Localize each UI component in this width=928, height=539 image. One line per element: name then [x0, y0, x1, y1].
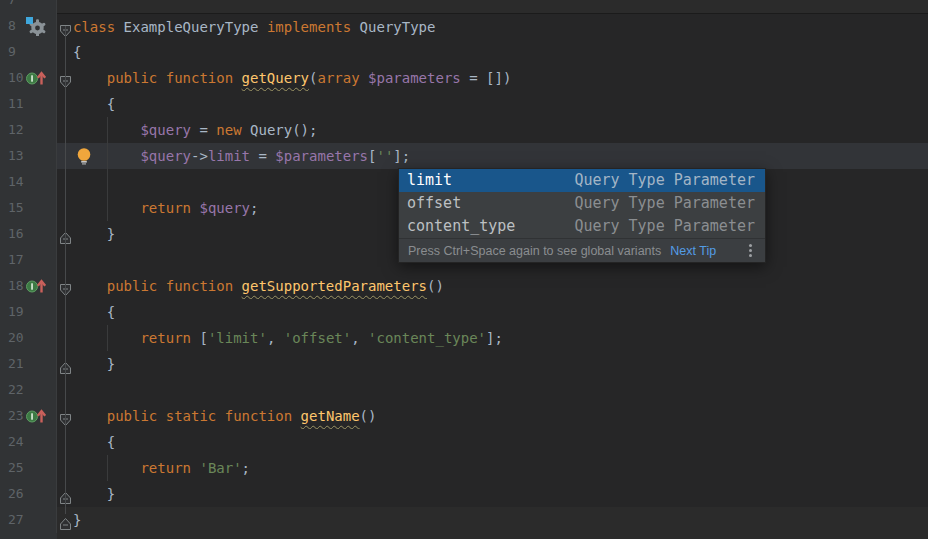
- gutter-line-number: 10: [0, 65, 57, 91]
- editor-line-content[interactable]: class ExampleQueryType implements QueryT…: [57, 13, 928, 39]
- code-text: }: [73, 221, 115, 247]
- gutter-line-number: 21: [0, 351, 57, 377]
- editor-line-content[interactable]: {: [57, 91, 928, 117]
- code-line-8: 8class ExampleQueryType implements Query…: [0, 13, 928, 39]
- editor-line-content[interactable]: $query->limit = $parameters[''];: [57, 143, 928, 169]
- completion-list: limitQuery Type ParameteroffsetQuery Typ…: [399, 169, 765, 238]
- completion-item-limit[interactable]: limitQuery Type Parameter: [399, 169, 765, 192]
- implements-method-icon[interactable]: [25, 68, 47, 88]
- completion-item-label: limit: [407, 169, 452, 192]
- code-line-10: 10 public function getQuery(array $param…: [0, 65, 928, 91]
- code-text: }: [73, 481, 115, 507]
- gutter-line-number: 16: [0, 221, 57, 247]
- gutter-line-number: 27: [0, 507, 57, 533]
- gutter-line-number: 18: [0, 273, 57, 299]
- code-line-23: 23 public static function getName(): [0, 403, 928, 429]
- editor-line-content[interactable]: }: [57, 351, 928, 377]
- editor-line-content[interactable]: {: [57, 39, 928, 65]
- indent-guide: [107, 325, 108, 351]
- completion-item-label: offset: [407, 192, 461, 215]
- gutter-line-number: 14: [0, 169, 57, 195]
- gutter-line-number: 15: [0, 195, 57, 221]
- code-text: public function getSupportedParameters(): [73, 273, 444, 299]
- code-text: return ['limit', 'offset', 'content_type…: [73, 325, 503, 351]
- gear-icon[interactable]: [25, 16, 47, 36]
- completion-item-type: Query Type Parameter: [574, 169, 755, 192]
- editor-line-content[interactable]: [57, 0, 928, 13]
- code-line-13: 13 $query->limit = $parameters[''];: [0, 143, 928, 169]
- code-line-22: 22: [0, 377, 928, 403]
- gutter-line-number: 12: [0, 117, 57, 143]
- completion-item-type: Query Type Parameter: [574, 192, 755, 215]
- code-line-19: 19 {: [0, 299, 928, 325]
- editor-rows: 78class ExampleQueryType implements Quer…: [0, 0, 928, 533]
- code-line-9: 9{: [0, 39, 928, 65]
- code-text: {: [73, 299, 115, 325]
- gutter-line-number: 22: [0, 377, 57, 403]
- editor-line-content[interactable]: public static function getName(): [57, 403, 928, 429]
- fold-end-icon[interactable]: [59, 513, 72, 527]
- code-text: }: [73, 507, 81, 533]
- editor-line-content[interactable]: }: [57, 481, 928, 507]
- gutter-line-number: 17: [0, 247, 57, 273]
- code-line-26: 26 }: [0, 481, 928, 507]
- completion-item-type: Query Type Parameter: [574, 215, 755, 238]
- gutter-line-number: 13: [0, 143, 57, 169]
- code-line-20: 20 return ['limit', 'offset', 'content_t…: [0, 325, 928, 351]
- gutter-line-number: 19: [0, 299, 57, 325]
- gutter-line-number: 7: [0, 0, 57, 13]
- code-line-25: 25 return 'Bar';: [0, 455, 928, 481]
- popup-hint: Press Ctrl+Space again to see global var…: [408, 244, 661, 258]
- gutter-line-number: 9: [0, 39, 57, 65]
- code-line-24: 24 {: [0, 429, 928, 455]
- indent-guide: [107, 117, 108, 221]
- gutter-line-number: 24: [0, 429, 57, 455]
- gutter-line-number: 25: [0, 455, 57, 481]
- implements-method-icon[interactable]: [25, 276, 47, 296]
- code-text: {: [73, 39, 81, 65]
- code-editor: 78class ExampleQueryType implements Quer…: [0, 0, 928, 539]
- editor-line-content[interactable]: return 'Bar';: [57, 455, 928, 481]
- editor-line-content[interactable]: $query = new Query();: [57, 117, 928, 143]
- code-text: return $query;: [73, 195, 258, 221]
- gutter-line-number: 11: [0, 91, 57, 117]
- completion-item-label: content_type: [407, 215, 515, 238]
- code-text: $query->limit = $parameters[''];: [73, 143, 410, 169]
- code-text: }: [73, 351, 115, 377]
- gutter-line-number: 23: [0, 403, 57, 429]
- editor-line-content[interactable]: public function getQuery(array $paramete…: [57, 65, 928, 91]
- code-line-7: 7: [0, 0, 928, 13]
- kebab-menu-icon[interactable]: [749, 249, 752, 252]
- indent-guide: [107, 455, 108, 481]
- editor-line-content[interactable]: [57, 377, 928, 403]
- completion-item-content_type[interactable]: content_typeQuery Type Parameter: [399, 215, 765, 238]
- code-line-11: 11 {: [0, 91, 928, 117]
- editor-line-content[interactable]: {: [57, 429, 928, 455]
- completion-popup: limitQuery Type ParameteroffsetQuery Typ…: [398, 168, 766, 263]
- code-text: $query = new Query();: [73, 117, 317, 143]
- editor-line-content[interactable]: }: [57, 507, 928, 533]
- code-text: public function getQuery(array $paramete…: [73, 65, 511, 91]
- next-tip-link[interactable]: Next Tip: [670, 244, 716, 258]
- code-line-21: 21 }: [0, 351, 928, 377]
- editor-line-content[interactable]: return ['limit', 'offset', 'content_type…: [57, 325, 928, 351]
- editor-line-content[interactable]: {: [57, 299, 928, 325]
- code-text: public static function getName(): [73, 403, 376, 429]
- completion-popup-footer: Press Ctrl+Space again to see global var…: [399, 238, 765, 262]
- gutter-line-number: 26: [0, 481, 57, 507]
- code-text: class ExampleQueryType implements QueryT…: [73, 14, 435, 40]
- code-line-12: 12 $query = new Query();: [0, 117, 928, 143]
- gutter-line-number: 8: [0, 13, 57, 39]
- code-text: {: [73, 429, 115, 455]
- fold-range-line: [65, 26, 66, 514]
- completion-item-offset[interactable]: offsetQuery Type Parameter: [399, 192, 765, 215]
- code-text: {: [73, 91, 115, 117]
- gutter-line-number: 20: [0, 325, 57, 351]
- implements-method-icon[interactable]: [25, 406, 47, 426]
- editor-line-content[interactable]: public function getSupportedParameters(): [57, 273, 928, 299]
- code-line-27: 27}: [0, 507, 928, 533]
- code-text: return 'Bar';: [73, 455, 250, 481]
- code-line-18: 18 public function getSupportedParameter…: [0, 273, 928, 299]
